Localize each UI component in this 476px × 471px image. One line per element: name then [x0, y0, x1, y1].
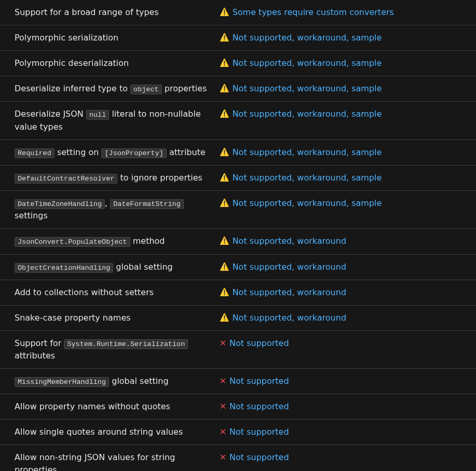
table-row: DefaultContractResolver to ignore proper…	[0, 165, 476, 190]
table-row: Support for System.Runtime.Serialization…	[0, 330, 476, 368]
code-token: DateTimeZoneHandling	[15, 199, 105, 209]
warning-icon: ⚠️	[220, 197, 229, 209]
table-row: Deserialize JSON null literal to non-nul…	[0, 102, 476, 140]
warning-icon: ⚠️	[220, 32, 229, 44]
status-cell: ⚠️Not supported, workaround, sample	[214, 51, 476, 76]
feature-text: Support for a broad range of types	[15, 7, 159, 17]
feature-text: attributes	[15, 351, 55, 361]
warning-icon: ⚠️	[220, 261, 229, 273]
feature-comparison-table: Support for a broad range of types⚠️Some…	[0, 0, 476, 471]
status-link[interactable]: Not supported, workaround	[233, 262, 346, 272]
status-link[interactable]: Some types require custom converters	[233, 7, 394, 17]
feature-cell: Polymorphic deserialization	[0, 51, 214, 76]
feature-text: Allow single quotes around string values	[15, 427, 183, 437]
status-link[interactable]: Not supported, workaround, sample	[233, 109, 382, 119]
table-row: Support for a broad range of types⚠️Some…	[0, 0, 476, 25]
table-row: Allow non-string JSON values for string …	[0, 445, 476, 471]
cross-icon: ✕	[220, 400, 226, 413]
feature-cell: Deserialize inferred type to object prop…	[0, 76, 214, 102]
status-cell: ⚠️Some types require custom converters	[214, 0, 476, 25]
feature-cell: DateTimeZoneHandling, DateFormatString s…	[0, 191, 214, 229]
feature-text: Deserialize JSON	[15, 109, 86, 119]
feature-text: properties	[162, 84, 207, 93]
feature-text: method	[130, 236, 165, 246]
code-token: MissingMemberHandling	[15, 377, 109, 387]
warning-icon: ⚠️	[220, 172, 229, 184]
status-cell: ⚠️Not supported, workaround, sample	[214, 165, 476, 190]
status-cell: ⚠️Not supported, workaround	[214, 280, 476, 305]
feature-text: Allow non-string JSON values for string …	[15, 452, 175, 471]
status-link[interactable]: Not supported, workaround	[233, 313, 346, 323]
status-link[interactable]: Not supported, workaround, sample	[233, 147, 382, 157]
feature-text: Polymorphic deserialization	[15, 58, 129, 68]
status-cell: ⚠️Not supported, workaround, sample	[214, 140, 476, 165]
table-row: Add to collections without setters⚠️Not …	[0, 280, 476, 305]
cross-icon: ✕	[220, 451, 226, 464]
status-link[interactable]: Not supported, workaround, sample	[233, 198, 382, 208]
status-cell: ⚠️Not supported, workaround	[214, 254, 476, 280]
code-token: Required	[15, 148, 55, 158]
status-cell: ⚠️Not supported, workaround	[214, 229, 476, 254]
status-link[interactable]: Not supported	[229, 452, 289, 462]
warning-icon: ⚠️	[220, 146, 229, 158]
status-cell: ✕Not supported	[214, 420, 476, 445]
feature-text: global setting	[113, 262, 172, 272]
feature-cell: Snake-case property names	[0, 305, 214, 330]
feature-cell: Support for System.Runtime.Serialization…	[0, 330, 214, 368]
status-link[interactable]: Not supported, workaround, sample	[233, 84, 382, 93]
status-link[interactable]: Not supported	[229, 401, 289, 411]
table-row: Deserialize inferred type to object prop…	[0, 76, 476, 102]
warning-icon: ⚠️	[220, 312, 229, 324]
warning-icon: ⚠️	[220, 235, 229, 247]
warning-icon: ⚠️	[220, 108, 229, 120]
feature-text: settings	[15, 211, 48, 220]
status-cell: ✕Not supported	[214, 445, 476, 471]
warning-icon: ⚠️	[220, 82, 229, 94]
warning-icon: ⚠️	[220, 286, 229, 298]
table-row: Allow property names without quotes✕Not …	[0, 394, 476, 420]
feature-cell: Support for a broad range of types	[0, 0, 214, 25]
feature-text: Add to collections without setters	[15, 287, 154, 297]
status-link[interactable]: Not supported, workaround	[233, 236, 346, 246]
cross-icon: ✕	[220, 375, 226, 387]
status-link[interactable]: Not supported	[229, 376, 289, 386]
feature-text: Deserialize inferred type to	[15, 84, 130, 93]
table-row: Allow single quotes around string values…	[0, 420, 476, 445]
code-token: DateFormatString	[110, 199, 184, 209]
code-token: System.Runtime.Serialization	[64, 339, 188, 349]
feature-cell: MissingMemberHandling global setting	[0, 369, 214, 394]
status-link[interactable]: Not supported	[229, 338, 289, 348]
status-cell: ⚠️Not supported, workaround	[214, 305, 476, 330]
table-row: ObjectCreationHandling global setting⚠️N…	[0, 254, 476, 280]
feature-cell: Polymorphic serialization	[0, 25, 214, 51]
table-row: JsonConvert.PopulateObject method⚠️Not s…	[0, 229, 476, 254]
code-token: null	[86, 110, 109, 120]
feature-text: Support for	[15, 338, 64, 348]
feature-text: to ignore properties	[117, 173, 202, 183]
status-link[interactable]: Not supported, workaround, sample	[233, 58, 382, 68]
status-cell: ⚠️Not supported, workaround, sample	[214, 102, 476, 140]
feature-cell: Allow property names without quotes	[0, 394, 214, 420]
table-row: MissingMemberHandling global setting✕Not…	[0, 369, 476, 394]
code-token: object	[130, 85, 162, 94]
feature-text: Polymorphic serialization	[15, 33, 118, 43]
feature-cell: Allow single quotes around string values	[0, 420, 214, 445]
status-link[interactable]: Not supported, workaround, sample	[233, 173, 382, 183]
feature-text: Allow property names without quotes	[15, 401, 170, 411]
status-cell: ⚠️Not supported, workaround, sample	[214, 25, 476, 51]
feature-cell: Allow non-string JSON values for string …	[0, 445, 214, 471]
status-cell: ✕Not supported	[214, 330, 476, 368]
table-row: Polymorphic serialization⚠️Not supported…	[0, 25, 476, 51]
table-row: DateTimeZoneHandling, DateFormatString s…	[0, 191, 476, 229]
status-link[interactable]: Not supported, workaround, sample	[233, 33, 382, 43]
warning-icon: ⚠️	[220, 57, 229, 69]
status-cell: ⚠️Not supported, workaround, sample	[214, 76, 476, 102]
feature-cell: ObjectCreationHandling global setting	[0, 254, 214, 280]
feature-text: setting on	[55, 147, 102, 157]
code-token: [JsonProperty]	[101, 148, 166, 158]
code-token: DefaultContractResolver	[15, 174, 117, 184]
feature-text: global setting	[109, 376, 168, 386]
status-link[interactable]: Not supported	[229, 427, 289, 437]
code-token: JsonConvert.PopulateObject	[15, 237, 130, 247]
status-link[interactable]: Not supported, workaround	[233, 287, 346, 297]
